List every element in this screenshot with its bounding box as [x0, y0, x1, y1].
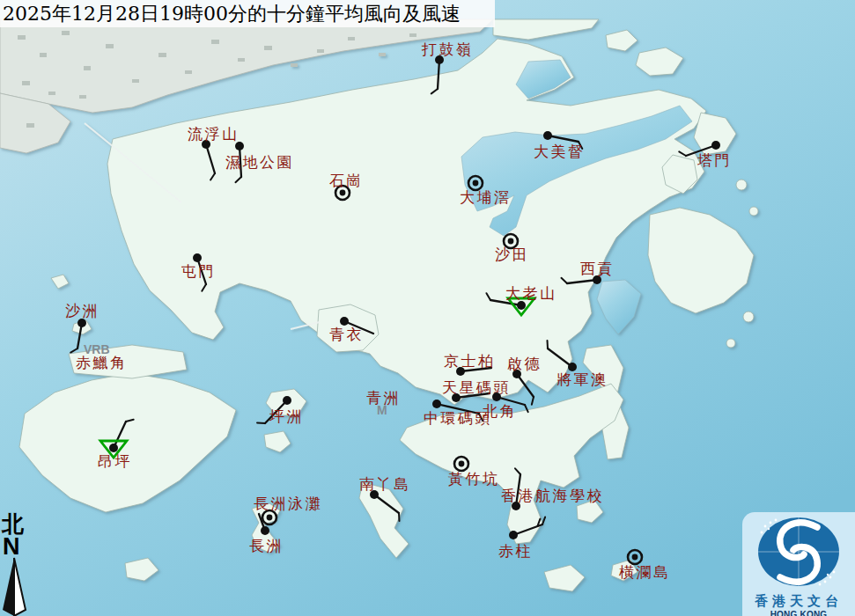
station-label: 天星碼頭: [442, 378, 511, 396]
wind-map-screen: 打鼓嶺流浮山濕地公園石崗大美督塔門大埔滘沙田西貢大老山屯門沙洲VRB赤鱲角青衣京…: [0, 0, 855, 616]
station-label: 屯門: [181, 262, 216, 280]
station-dot-icon: [711, 141, 720, 150]
station-label: 沙田: [495, 246, 529, 263]
station-label: 南丫島: [359, 475, 411, 493]
station-label: 青洲: [366, 389, 401, 407]
station-label: 大埔滘: [460, 188, 512, 206]
station-label: 流浮山: [188, 125, 240, 143]
station-dot-icon: [235, 142, 244, 150]
station-dot-icon: [109, 444, 118, 452]
station-label: 將軍澳: [556, 370, 608, 388]
hko-logo-emblem: [742, 512, 855, 590]
station-label: 長洲泳灘: [254, 495, 322, 512]
station-label: 濕地公園: [225, 153, 294, 171]
station-label: 京士柏: [444, 352, 496, 370]
station-label: 香港航海學校: [501, 487, 604, 504]
station-dot-icon: [543, 131, 552, 140]
station-label: 黃竹坑: [448, 470, 500, 488]
station-label: 大美督: [534, 143, 586, 160]
hko-logo: 香港天文台 HONG KONG OBSERVATORY: [742, 512, 855, 616]
station-label: 大老山: [505, 284, 557, 302]
station-dot-icon: [283, 396, 291, 405]
station-label: 打鼓嶺: [421, 40, 474, 58]
station-dot-icon: [459, 461, 465, 467]
station-dot-icon: [508, 238, 514, 245]
station-dot-icon: [193, 253, 202, 262]
station-label: 長洲: [249, 537, 284, 554]
hko-name-en: HONG KONG OBSERVATORY: [742, 610, 855, 616]
station-dot-icon: [432, 400, 441, 408]
station-label: 赤鱲角: [76, 354, 128, 371]
station-dot-icon: [267, 515, 273, 521]
map-title: 2025年12月28日19時00分的十分鐘平均風向及風速: [0, 0, 495, 27]
hong-kong-map: 打鼓嶺流浮山濕地公園石崗大美督塔門大埔滘沙田西貢大老山屯門沙洲VRB赤鱲角青衣京…: [0, 0, 855, 616]
station-label: 坪洲: [269, 407, 304, 425]
station-label: 沙洲: [65, 302, 100, 319]
station-dot-icon: [632, 554, 638, 561]
compass: 北 N: [2, 513, 37, 558]
wind-barb-feather: [257, 422, 265, 423]
compass-north-en: N: [3, 536, 37, 558]
station-label: 石崗: [329, 172, 364, 189]
station-dot-icon: [340, 190, 346, 196]
station-dot-icon: [473, 180, 479, 187]
station-dot-icon: [340, 317, 349, 326]
station-label: 赤柱: [498, 542, 533, 560]
station-dot-icon: [261, 526, 269, 535]
station-label: 西貢: [580, 260, 615, 277]
station-label: 塔門: [697, 151, 732, 169]
station-label: 啟德: [507, 355, 542, 372]
station-label: 中環碼頭: [424, 409, 492, 427]
station-dot-icon: [509, 531, 518, 539]
station-dot-icon: [77, 319, 86, 327]
station-label: 橫瀾島: [619, 563, 671, 581]
station-dot-icon: [517, 301, 526, 310]
hko-name-zh: 香港天文台: [742, 593, 855, 610]
station-label: 昂坪: [98, 452, 132, 470]
station-dot-icon: [492, 392, 501, 401]
station-label: 青衣: [329, 326, 364, 343]
